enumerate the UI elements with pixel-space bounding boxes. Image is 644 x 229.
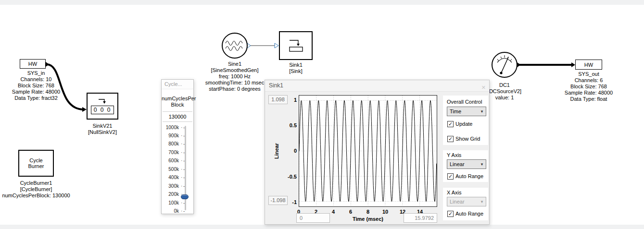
sink1-name-label: Sink1: [267, 62, 325, 68]
sink1-plot-window[interactable]: Sink1 ✕ 1.098 -1.098 Linear 1 0.5 0 -0.5…: [265, 80, 490, 225]
sine1-prop-freq: freq: 1000 Hz: [196, 73, 273, 80]
x-auto-range-label: Auto Range: [455, 211, 483, 217]
cycle-slider-window[interactable]: Cycle... numCyclesPer Block 130000 1000k…: [161, 79, 194, 214]
sys-in-prop-samplerate: Sample Rate: 48000: [7, 89, 65, 95]
panel-divider: [163, 111, 192, 112]
chevron-down-icon: ▾: [478, 162, 486, 167]
overall-control-select[interactable]: Time ▾: [447, 107, 486, 116]
slider-param-line1: numCyclesPer: [162, 96, 193, 101]
y-tick-0p5: 0.5: [283, 122, 297, 128]
cycle-burner-type-label: [CycleBurner]: [7, 186, 65, 193]
cycle-burner-line2: Burner: [28, 163, 44, 169]
sinkv21-name-label: SinkV21: [74, 123, 131, 129]
sys-in-title: HW: [28, 61, 37, 67]
y-auto-range-label: Auto Range: [455, 173, 483, 179]
sine-wave-icon: [223, 34, 247, 58]
sink1-input-pin: [275, 43, 278, 48]
x-tick-10: 10: [380, 209, 390, 215]
sine1-prop-smoothing: smoothingTime: 10 msec: [196, 80, 273, 86]
chevron-down-icon: ▾: [478, 109, 486, 114]
cycle-burner-prop-label: numCyclesPerBlock: 130000: [0, 193, 84, 199]
y-axis-select-value: Linear: [447, 161, 478, 167]
x-axis-select: Linear ▾: [447, 197, 486, 206]
x-tick-6: 6: [346, 209, 355, 215]
block-sinkv21[interactable]: 0 0 0: [87, 93, 118, 120]
sys-in-name-label: SYS_in: [7, 70, 65, 76]
y-tick-m1: -1: [283, 199, 297, 205]
slider-value-readout[interactable]: 130000: [162, 114, 193, 120]
y-axis-group: Y Axis Linear ▾ ✓ Auto Range: [443, 150, 488, 182]
y-axis-group-title: Y Axis: [447, 152, 461, 158]
meter-gauge-icon: [492, 53, 517, 77]
show-grid-checkbox[interactable]: ✓ Show Grid: [447, 135, 480, 142]
block-sine1[interactable]: [222, 33, 248, 59]
slider-tick-300k: 300k·-: [162, 183, 193, 189]
sine1-name-label: Sine1: [196, 61, 273, 67]
x-start-input[interactable]: 0: [296, 213, 330, 223]
x-end-input[interactable]: 15.9792: [404, 213, 437, 223]
checkmark-icon: ✓: [447, 211, 454, 217]
slider-tick-500k: 500k·-: [162, 167, 193, 172]
slider-param-line2: Block: [162, 102, 193, 108]
x-tick-4: 4: [328, 209, 338, 215]
sine1-type-label: [SineSmoothedGen]: [196, 67, 273, 73]
update-checkbox-label: Update: [455, 121, 472, 127]
slider-window-title: Cycle...: [164, 81, 182, 87]
x-axis-select-value: Linear: [447, 199, 478, 205]
plot-area[interactable]: [299, 95, 437, 207]
cycle-burner-name-label: CycleBurner1: [7, 180, 65, 186]
show-grid-checkbox-label: Show Grid: [455, 136, 480, 142]
checkmark-icon: ✓: [447, 136, 454, 142]
sine1-prop-phase: startPhase: 0 degrees: [196, 86, 273, 92]
schematic-canvas[interactable]: HW SYS_in Channels: 10 Block Size: 768 S…: [0, 0, 644, 229]
cycle-burner-line1: Cycle: [29, 157, 43, 163]
sys-out-input-pin: [571, 62, 575, 67]
x-axis-group-title: X Axis: [447, 190, 462, 195]
close-icon[interactable]: ✕: [481, 82, 486, 93]
slider-tick-800k: 800k·-: [162, 141, 193, 147]
sink-box-icon: [286, 37, 305, 54]
slider-tick-100k: 100k·-: [162, 200, 193, 206]
plot-window-titlebar[interactable]: Sink1 ✕: [265, 80, 489, 92]
overall-control-value: Time: [447, 108, 478, 114]
checkmark-icon: ✓: [447, 121, 454, 127]
slider-tick-700k: 700k·-: [162, 150, 193, 156]
sine1-output-pin: [247, 43, 251, 48]
y-axis-select[interactable]: Linear ▾: [447, 159, 486, 169]
x-axis-group: X Axis Linear ▾ ✓ Auto Range: [443, 188, 488, 220]
sinkv21-type-label: [NullSinkV2]: [74, 129, 131, 135]
slider-tick-400k: 400k·-: [162, 175, 193, 181]
overall-control-title: Overall Control: [447, 99, 482, 105]
slider-handle[interactable]: [181, 194, 189, 199]
y-tick-m0p5: -0.5: [283, 174, 297, 180]
slider-tick-1000k: 1000k·-: [162, 125, 193, 131]
sys-out-prop-samplerate: Sample Rate: 48000: [557, 90, 620, 96]
panel-divider: [163, 121, 192, 122]
y-axis-title: Linear: [274, 137, 280, 166]
slider-window-titlebar[interactable]: Cycle...: [162, 80, 193, 89]
x-auto-range-checkbox[interactable]: ✓ Auto Range: [447, 210, 483, 217]
slider-tick-0k: 0k·-: [162, 208, 193, 214]
sinkv21-value-display: 0 0 0: [91, 106, 114, 114]
sink-arrow-icon: [97, 98, 108, 104]
y-tick-0: 0: [283, 148, 297, 154]
sys-out-prop-blocksize: Block Size: 768: [557, 84, 620, 90]
y-tick-1: 1: [283, 97, 297, 103]
sinkv21-input-pin: [82, 107, 87, 112]
plot-window-title: Sink1: [269, 82, 283, 89]
update-checkbox[interactable]: ✓ Update: [447, 121, 472, 127]
block-sys-out[interactable]: HW: [575, 60, 602, 70]
sine-wave-plot: [299, 96, 437, 206]
block-dc1[interactable]: [492, 52, 518, 78]
block-cycle-burner[interactable]: Cycle Burner: [18, 150, 54, 177]
slider-tick-600k: 600k·-: [162, 158, 193, 164]
y-auto-range-checkbox[interactable]: ✓ Auto Range: [447, 173, 483, 180]
sys-out-title: HW: [584, 62, 593, 68]
sys-out-name-label: SYS_out: [557, 71, 620, 77]
block-sink1[interactable]: [279, 31, 313, 60]
sys-out-prop-datatype: Data Type: float: [557, 96, 620, 102]
chevron-down-icon: ▾: [478, 199, 486, 204]
sink1-type-label: [Sink]: [267, 68, 325, 74]
block-sys-in[interactable]: HW: [20, 59, 46, 69]
sys-in-prop-datatype: Data Type: fract32: [7, 95, 65, 101]
